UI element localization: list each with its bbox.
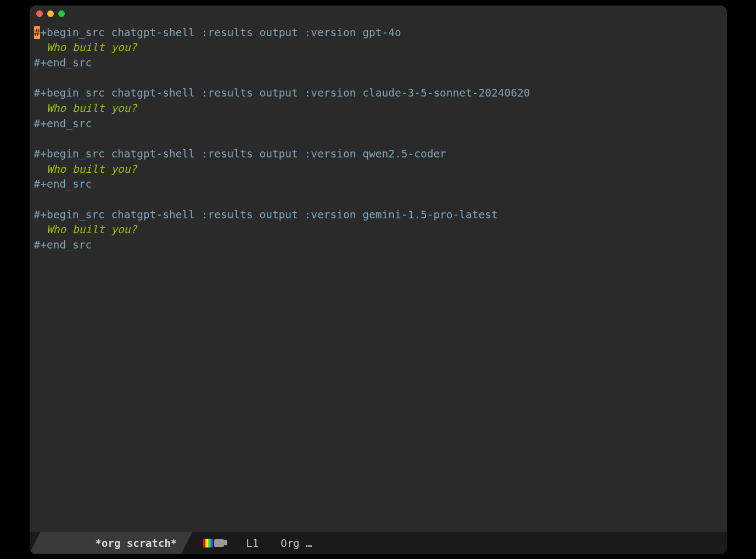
blank-line[interactable] (34, 71, 723, 86)
src-block-end[interactable]: #+end_src (34, 177, 723, 192)
src-block-end[interactable]: #+end_src (34, 55, 723, 71)
blank-line[interactable] (34, 131, 723, 146)
major-mode-name: Org … (281, 537, 312, 549)
close-button[interactable] (36, 10, 43, 17)
maximize-button[interactable] (58, 10, 65, 17)
src-block-begin[interactable]: #+begin_src chatgpt-shell :results outpu… (34, 146, 723, 162)
src-block-begin[interactable]: #+begin_src chatgpt-shell :results outpu… (34, 86, 723, 101)
src-block-begin[interactable]: #+begin_src chatgpt-shell :results outpu… (34, 25, 723, 41)
buffer-name: *org scratch* (96, 537, 177, 549)
macos-titlebar (30, 5, 727, 22)
emacs-window: #+begin_src chatgpt-shell :results outpu… (30, 5, 727, 554)
src-block-body[interactable]: Who built you? (34, 222, 723, 238)
blank-line[interactable] (34, 192, 723, 207)
minimize-button[interactable] (47, 10, 54, 17)
editor-buffer[interactable]: #+begin_src chatgpt-shell :results outpu… (30, 22, 727, 532)
nyan-cat-icon (203, 539, 224, 547)
src-block-begin[interactable]: #+begin_src chatgpt-shell :results outpu… (34, 207, 723, 223)
modeline: *org scratch* L1 Org … (30, 532, 727, 554)
line-number-indicator: L1 (246, 537, 259, 549)
src-block-body[interactable]: Who built you? (34, 101, 723, 116)
text-cursor: # (34, 26, 41, 39)
modeline-tab[interactable]: *org scratch* (30, 532, 193, 554)
src-block-body[interactable]: Who built you? (34, 40, 723, 55)
modeline-info: L1 Org … (187, 532, 312, 554)
src-block-body[interactable]: Who built you? (34, 162, 723, 177)
src-block-end[interactable]: #+end_src (34, 116, 723, 132)
src-block-end[interactable]: #+end_src (34, 238, 723, 253)
